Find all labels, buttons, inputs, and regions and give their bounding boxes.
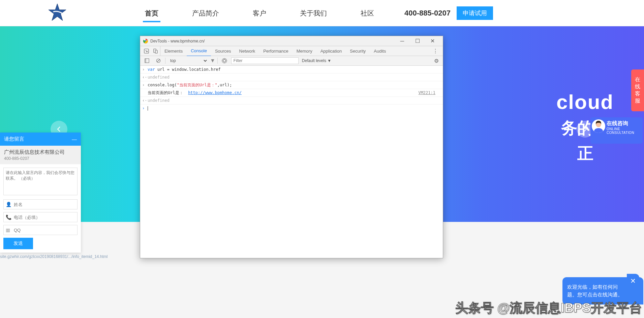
- consult-subtitle: ONLINE CONSULTATION: [607, 127, 640, 135]
- console-line: ‹·undefined: [140, 97, 443, 105]
- device-icon[interactable]: [151, 46, 160, 56]
- devtools-title: DevTools - www.bpmhome.cn/: [150, 39, 395, 44]
- chat-close-icon[interactable]: ✕: [627, 274, 639, 286]
- tab-application[interactable]: Application: [316, 46, 346, 56]
- svg-point-10: [222, 58, 227, 63]
- devtools-titlebar[interactable]: DevTools - www.bpmhome.cn/ ─ ☐ ✕: [140, 36, 443, 46]
- minimize-icon[interactable]: —: [72, 136, 77, 142]
- nav-customer[interactable]: 客户: [236, 0, 283, 26]
- console-settings-icon[interactable]: ⚙: [432, 58, 441, 64]
- console-sidebar-icon[interactable]: [142, 56, 152, 65]
- msg-company: 广州流辰信息技术有限公司: [0, 146, 81, 156]
- svg-point-9: [223, 59, 226, 62]
- chrome-icon: [143, 38, 148, 44]
- site-header: 首页 产品简介 客户 关于我们 社区 400-885-0207 申请试用: [0, 0, 644, 26]
- console-prompt[interactable]: ›: [140, 105, 443, 112]
- log-levels[interactable]: Default levels ▼: [302, 58, 331, 63]
- filter-input[interactable]: [231, 57, 299, 64]
- tab-audits[interactable]: Audits: [370, 46, 390, 56]
- msg-header[interactable]: 请您留言 —: [0, 133, 81, 146]
- inspect-icon[interactable]: [142, 46, 151, 56]
- header-phone: 400-885-0207: [404, 9, 451, 18]
- name-field[interactable]: 👤: [3, 199, 78, 209]
- leave-message-widget: 请您留言 — 广州流辰信息技术有限公司 400-885-0207 👤 📞 ▦ 发…: [0, 133, 81, 253]
- msg-phone: 400-885-0207: [0, 156, 81, 164]
- tab-memory[interactable]: Memory: [293, 46, 316, 56]
- logo-icon: [47, 3, 67, 23]
- chat-text-2: 题。您可点击在线沟通。: [567, 291, 639, 299]
- svg-rect-4: [155, 50, 157, 53]
- person-icon: 👤: [6, 202, 12, 207]
- tel-input[interactable]: [14, 215, 75, 220]
- name-input[interactable]: [14, 202, 75, 207]
- msg-title: 请您留言: [4, 136, 24, 142]
- tab-console[interactable]: Console: [187, 46, 211, 56]
- svg-rect-6: [145, 59, 146, 63]
- nav-community[interactable]: 社区: [344, 0, 391, 26]
- close-button[interactable]: ✕: [425, 36, 440, 46]
- console-toolbar: top ▼ Default levels ▼ ⚙: [140, 56, 443, 66]
- live-expr-icon[interactable]: [220, 56, 229, 65]
- qq-field[interactable]: ▦: [3, 225, 78, 235]
- url-link[interactable]: http://www.bpmhome.cn/: [188, 90, 242, 95]
- send-button[interactable]: 发送: [3, 238, 33, 249]
- msg-content-input[interactable]: [3, 168, 78, 195]
- hero-heading-1: cloud: [556, 90, 614, 114]
- clear-console-icon[interactable]: [154, 56, 163, 65]
- qq-input[interactable]: [14, 228, 75, 233]
- online-service-tab[interactable]: 在线客服: [631, 69, 644, 111]
- agent-avatar: [592, 119, 605, 133]
- nav-product[interactable]: 产品简介: [175, 0, 236, 26]
- tab-sources[interactable]: Sources: [211, 46, 235, 56]
- nav-home[interactable]: 首页: [128, 0, 175, 26]
- context-select[interactable]: top: [167, 57, 208, 64]
- svg-line-8: [157, 59, 160, 62]
- minimize-button[interactable]: ─: [395, 36, 410, 46]
- tab-elements[interactable]: Elements: [160, 46, 187, 56]
- console-line: ›var url = window.location.href: [140, 66, 443, 74]
- msg-body: 👤 📞 ▦ 发送: [0, 164, 81, 253]
- tab-security[interactable]: Security: [346, 46, 370, 56]
- devtools-more-icon[interactable]: ⋮: [429, 48, 441, 54]
- hero-heading-2: 务的: [561, 117, 593, 139]
- nav-about[interactable]: 关于我们: [283, 0, 344, 26]
- console-line: VM221:1当前页面的Url是： http://www.bpmhome.cn/: [140, 89, 443, 97]
- console-output[interactable]: ›var url = window.location.href ‹·undefi…: [140, 66, 443, 258]
- tab-performance[interactable]: Performance: [259, 46, 292, 56]
- devtools-tabs: Elements Console Sources Network Perform…: [140, 46, 443, 56]
- consult-title: 在线咨询: [607, 120, 640, 127]
- maximize-button[interactable]: ☐: [410, 36, 425, 46]
- online-consult-box[interactable]: 在线咨询 ONLINE CONSULTATION: [590, 117, 643, 144]
- main-nav: 首页 产品简介 客户 关于我们 社区: [128, 0, 391, 26]
- chat-greeting-bubble: ✕ 欢迎光临，如有任何问 题。您可点击在线沟通。: [562, 277, 643, 305]
- console-line: ‹·undefined: [140, 74, 443, 81]
- tel-field[interactable]: 📞: [3, 212, 78, 222]
- trial-button[interactable]: 申请试用: [457, 6, 493, 20]
- qq-icon: ▦: [6, 227, 12, 233]
- devtools-window: DevTools - www.bpmhome.cn/ ─ ☐ ✕ Element…: [140, 36, 443, 258]
- console-line: ›console.log("当前页面的Url是：",url);: [140, 81, 443, 89]
- phone-icon: 📞: [6, 214, 12, 220]
- status-url: site.gzwhir.com/gzlcxx201908168931/.../i…: [0, 253, 108, 260]
- hero-heading-3: 正: [577, 143, 593, 164]
- source-link[interactable]: VM221:1: [418, 90, 435, 96]
- tab-network[interactable]: Network: [235, 46, 259, 56]
